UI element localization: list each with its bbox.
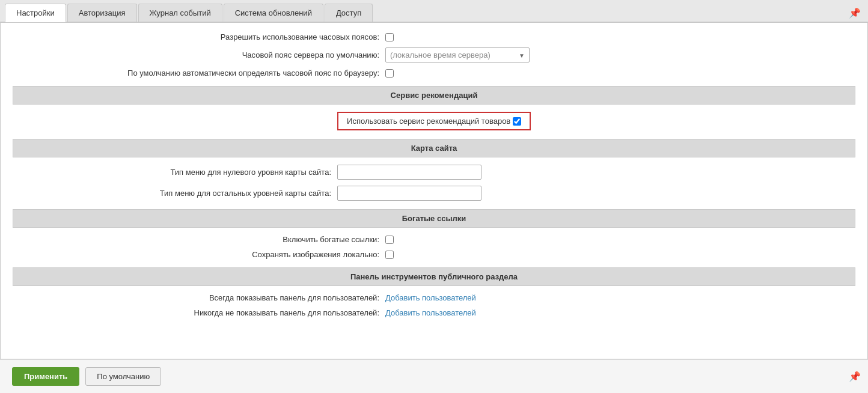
section-recommendation: Сервис рекомендаций bbox=[13, 86, 855, 105]
timezone-label2: Часовой пояс сервера по умолчанию: bbox=[13, 50, 385, 59]
richlinks-label1: Включить богатые ссылки: bbox=[13, 235, 385, 244]
pin-icon-bottom: 📌 bbox=[849, 371, 861, 382]
timezone-row1: Разрешить использование часовых поясов: bbox=[13, 32, 855, 41]
sitemap-input1[interactable]: top bbox=[337, 165, 481, 180]
toolbar-link2[interactable]: Добавить пользователей bbox=[385, 308, 476, 317]
sitemap-row2: Тип меню для остальных уровней карты сай… bbox=[13, 186, 855, 201]
timezone-checkbox1[interactable] bbox=[385, 33, 394, 41]
toolbar-label2: Никогда не показывать панель для пользов… bbox=[13, 308, 385, 317]
richlinks-label2: Сохранять изображения локально: bbox=[13, 250, 385, 259]
pin-icon-top: 📌 bbox=[849, 7, 861, 19]
section-richlinks: Богатые ссылки bbox=[13, 209, 855, 228]
recommendation-label: Использовать сервис рекомендаций товаров bbox=[347, 117, 510, 126]
timezone-row3: По умолчанию автоматически определять ча… bbox=[13, 69, 855, 78]
apply-button[interactable]: Применить bbox=[12, 367, 79, 386]
richlinks-checkbox2[interactable] bbox=[385, 251, 394, 259]
toolbar-label1: Всегда показывать панель для пользовател… bbox=[13, 293, 385, 302]
toolbar-row1: Всегда показывать панель для пользовател… bbox=[13, 293, 855, 302]
toolbar-row2: Никогда не показывать панель для пользов… bbox=[13, 308, 855, 317]
section-toolbar: Панель инструментов публичного раздела bbox=[13, 267, 855, 286]
tab-auth[interactable]: Авторизация bbox=[67, 4, 137, 22]
tab-event-log[interactable]: Журнал событий bbox=[138, 4, 222, 22]
sitemap-input2[interactable]: left bbox=[337, 186, 481, 201]
default-button[interactable]: По умолчанию bbox=[85, 367, 161, 386]
richlinks-row2: Сохранять изображения локально: bbox=[13, 250, 855, 259]
recommendation-row1: Использовать сервис рекомендаций товаров bbox=[13, 112, 855, 130]
content-area: Разрешить использование часовых поясов: … bbox=[0, 22, 868, 359]
section-sitemap: Карта сайта bbox=[13, 139, 855, 157]
richlinks-checkbox1[interactable] bbox=[385, 236, 394, 244]
bottom-bar: Применить По умолчанию 📌 bbox=[0, 359, 868, 393]
timezone-checkbox3[interactable] bbox=[385, 69, 394, 78]
sitemap-label1: Тип меню для нулевого уровня карты сайта… bbox=[13, 168, 337, 177]
recommendation-box: Использовать сервис рекомендаций товаров bbox=[337, 112, 531, 130]
timezone-select-wrapper: (локальное время сервера) bbox=[385, 47, 530, 62]
sitemap-label2: Тип меню для остальных уровней карты сай… bbox=[13, 189, 337, 198]
tab-update-system[interactable]: Система обновлений bbox=[224, 4, 323, 22]
timezone-select[interactable]: (локальное время сервера) bbox=[385, 47, 530, 62]
page-wrapper: Настройки Авторизация Журнал событий Сис… bbox=[0, 0, 868, 393]
toolbar-link1[interactable]: Добавить пользователей bbox=[385, 293, 476, 302]
timezone-label1: Разрешить использование часовых поясов: bbox=[13, 32, 385, 41]
timezone-row2: Часовой пояс сервера по умолчанию: (лока… bbox=[13, 47, 855, 62]
tab-access[interactable]: Доступ bbox=[325, 4, 373, 22]
tabs-bar: Настройки Авторизация Журнал событий Сис… bbox=[0, 0, 868, 22]
sitemap-row1: Тип меню для нулевого уровня карты сайта… bbox=[13, 165, 855, 180]
tab-settings[interactable]: Настройки bbox=[5, 4, 66, 22]
richlinks-row1: Включить богатые ссылки: bbox=[13, 235, 855, 244]
settings-body: Разрешить использование часовых поясов: … bbox=[1, 23, 867, 333]
recommendation-checkbox[interactable] bbox=[513, 117, 521, 126]
timezone-label3: По умолчанию автоматически определять ча… bbox=[13, 69, 385, 78]
